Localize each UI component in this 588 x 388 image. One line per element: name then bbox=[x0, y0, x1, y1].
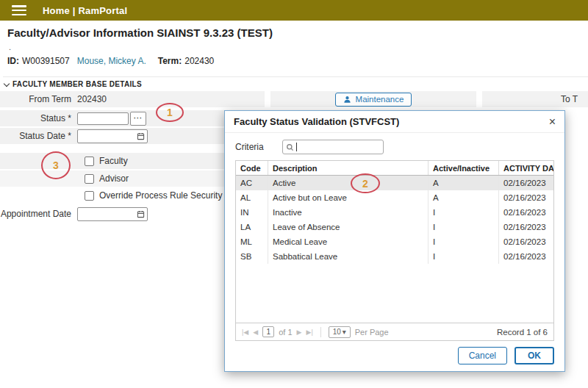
advisor-label: Advisor bbox=[99, 173, 129, 184]
per-page-select[interactable]: 10 ▾ bbox=[329, 326, 351, 338]
screen: Home | RamPortal Faculty/Advisor Informa… bbox=[0, 0, 588, 388]
annotation-circle-1: 1 bbox=[156, 103, 184, 122]
id-label: ID: bbox=[7, 56, 19, 66]
term-label: Term: bbox=[158, 56, 182, 66]
stray-dot: . bbox=[9, 43, 11, 51]
status-date-field bbox=[77, 129, 148, 143]
section-title: FACULTY MEMBER BASE DETAILS bbox=[12, 80, 142, 88]
menu-icon[interactable] bbox=[12, 5, 26, 15]
pagination-bar: |◀ ◀ 1 of 1 ▶ ▶| 10 ▾ Per Page Record 1 … bbox=[236, 323, 553, 340]
status-lookup-button[interactable]: ··· bbox=[130, 112, 146, 126]
appointment-date-label: Appointment Date bbox=[0, 209, 77, 219]
status-date-label: Status Date * bbox=[0, 131, 77, 141]
from-term-row: From Term 202430 bbox=[0, 91, 265, 107]
status-input[interactable] bbox=[77, 112, 129, 125]
from-term-label: From Term bbox=[0, 94, 77, 104]
close-icon[interactable]: × bbox=[549, 116, 556, 128]
portal-brand[interactable]: Home | RamPortal bbox=[43, 5, 127, 16]
faculty-label: Faculty bbox=[99, 156, 128, 166]
table-row[interactable]: LA Leave of Absence I 02/16/2023 bbox=[236, 220, 553, 234]
person-icon bbox=[343, 96, 351, 104]
faculty-checkbox[interactable] bbox=[85, 157, 94, 166]
page-of-label: of 1 bbox=[279, 328, 292, 337]
search-icon bbox=[286, 143, 294, 151]
dialog-title: Faculty Status Validation (STVFCST) bbox=[234, 116, 549, 127]
appointment-date-input[interactable] bbox=[78, 209, 134, 220]
criteria-row: Criteria bbox=[235, 140, 554, 154]
maintenance-band: Maintenance bbox=[270, 91, 476, 107]
calendar-icon[interactable] bbox=[134, 132, 147, 140]
to-term-band: To T bbox=[482, 91, 588, 107]
next-page-icon[interactable]: ▶ bbox=[297, 328, 302, 336]
record-count: Record 1 of 6 bbox=[497, 328, 548, 337]
per-page-label: Per Page bbox=[355, 328, 389, 337]
maintenance-button[interactable]: Maintenance bbox=[335, 93, 412, 107]
table-row[interactable]: IN Inactive I 02/16/2023 bbox=[236, 205, 553, 220]
status-table: Code Description Active/Inactive ACTIVIT… bbox=[235, 160, 554, 341]
page-title: Faculty/Advisor Information SIAINST 9.3.… bbox=[7, 26, 273, 39]
prev-page-icon[interactable]: ◀ bbox=[253, 328, 258, 336]
table-row[interactable]: AL Active but on Leave A 02/16/2023 bbox=[236, 190, 553, 205]
col-active-inactive[interactable]: Active/Inactive bbox=[429, 161, 499, 175]
divider bbox=[320, 327, 321, 337]
first-page-icon[interactable]: |◀ bbox=[242, 328, 248, 336]
col-activity-date[interactable]: ACTIVITY DATE bbox=[499, 161, 553, 175]
dialog-footer: Cancel OK bbox=[225, 341, 564, 370]
criteria-search-field[interactable] bbox=[282, 140, 384, 154]
col-description[interactable]: Description bbox=[268, 161, 429, 175]
col-code[interactable]: Code bbox=[236, 161, 268, 175]
person-name-link[interactable]: Mouse, Mickey A. bbox=[77, 56, 146, 66]
appointment-date-field bbox=[77, 207, 148, 221]
table-row[interactable]: AC Active A 02/16/2023 bbox=[236, 176, 553, 190]
criteria-label: Criteria bbox=[235, 142, 282, 152]
table-header: Code Description Active/Inactive ACTIVIT… bbox=[236, 161, 553, 176]
top-bar: Home | RamPortal bbox=[0, 0, 588, 21]
table-body: AC Active A 02/16/2023 AL Active but on … bbox=[236, 176, 553, 323]
override-checkbox[interactable] bbox=[85, 191, 94, 201]
annotation-circle-2: 2 bbox=[351, 173, 380, 193]
page-number-box[interactable]: 1 bbox=[262, 326, 274, 337]
chevron-down-icon bbox=[4, 80, 10, 86]
cancel-button[interactable]: Cancel bbox=[458, 347, 507, 364]
last-page-icon[interactable]: ▶| bbox=[306, 328, 312, 336]
section-header[interactable]: FACULTY MEMBER BASE DETAILS bbox=[3, 76, 588, 88]
table-row[interactable]: ML Medical Leave I 02/16/2023 bbox=[236, 234, 553, 249]
status-label: Status * bbox=[0, 113, 77, 123]
chevron-down-icon: ▾ bbox=[343, 328, 346, 336]
to-term-partial-label: To T bbox=[561, 94, 578, 104]
table-row[interactable]: SB Sabbatical Leave I 02/16/2023 bbox=[236, 249, 553, 264]
advisor-checkbox[interactable] bbox=[85, 174, 94, 184]
maintenance-label: Maintenance bbox=[356, 95, 404, 104]
id-value: W00391507 bbox=[22, 56, 70, 66]
text-caret bbox=[296, 143, 297, 151]
from-term-value: 202430 bbox=[77, 94, 107, 104]
annotation-circle-3: 3 bbox=[41, 151, 71, 179]
faculty-status-validation-dialog: Faculty Status Validation (STVFCST) × Cr… bbox=[224, 110, 565, 372]
dialog-header: Faculty Status Validation (STVFCST) × bbox=[225, 111, 564, 133]
status-date-input[interactable] bbox=[78, 131, 134, 142]
identity-bar: ID: W00391507 Mouse, Mickey A. Term: 202… bbox=[7, 56, 214, 66]
term-value: 202430 bbox=[184, 56, 214, 66]
calendar-icon[interactable] bbox=[134, 210, 147, 218]
ok-button[interactable]: OK bbox=[514, 347, 554, 364]
override-label: Override Process Rule Security bbox=[99, 190, 222, 201]
